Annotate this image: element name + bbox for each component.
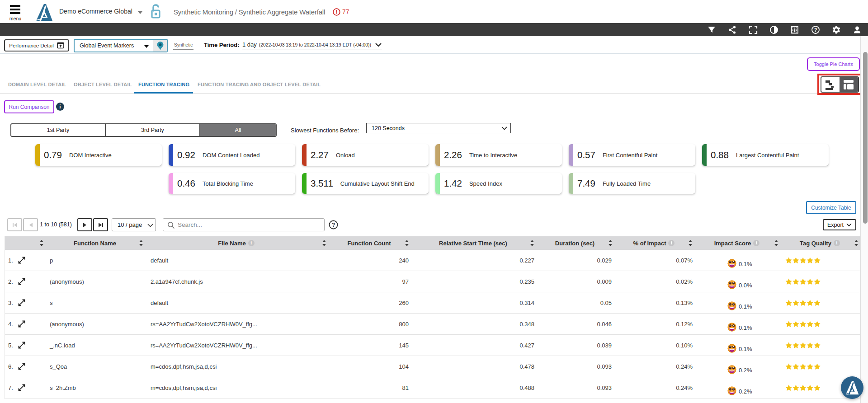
svg-text:?: ?: [332, 222, 335, 228]
svg-text:?: ?: [814, 27, 817, 33]
